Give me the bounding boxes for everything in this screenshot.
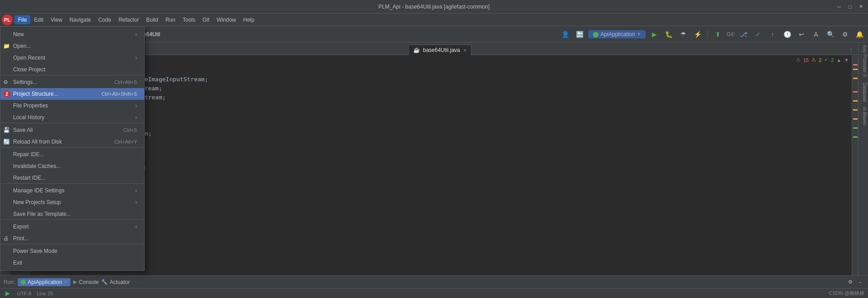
notifications-icon[interactable]: 🔔 xyxy=(854,28,865,40)
profile-button[interactable]: ⚡ xyxy=(692,28,703,40)
menu-repair-ide[interactable]: Repair IDE... xyxy=(0,149,144,160)
panel-close-icon[interactable]: − xyxy=(856,278,864,286)
menu-edit[interactable]: Edit xyxy=(30,15,47,24)
menu-power-save-mode[interactable]: Power Save Mode xyxy=(0,245,144,257)
console-tab[interactable]: ▶ Console xyxy=(73,279,99,285)
status-bar: ▶ UTF-8 Line 25 CSDN @柳林林 xyxy=(0,288,868,298)
menu-file-properties[interactable]: File Properties › xyxy=(0,100,144,112)
menu-project-structure[interactable]: 2 Project Structure... Ctrl+Alt+Shift+S xyxy=(0,88,144,100)
menu-close-project[interactable]: Close Project xyxy=(0,64,144,75)
run-close-icon[interactable]: ✕ xyxy=(64,279,68,285)
menu-close-project-label: Close Project xyxy=(13,66,45,73)
menu-new-projects-setup[interactable]: New Projects Setup › xyxy=(0,196,144,208)
run-button[interactable]: ▶ xyxy=(648,28,660,40)
menu-code[interactable]: Code xyxy=(94,15,115,24)
menu-print[interactable]: 🖨 Print... xyxy=(0,233,144,244)
git-update-icon[interactable]: ⬆ xyxy=(712,28,724,40)
menu-view[interactable]: View xyxy=(47,15,66,24)
menu-export[interactable]: Export › xyxy=(0,221,144,233)
menu-export-arrow: › xyxy=(135,224,137,230)
code-line-13: import sun.misc.BASE64Encoder; xyxy=(35,57,847,66)
scroll-up-icon[interactable]: ▲ xyxy=(836,57,841,63)
menu-local-history[interactable]: Local History › xyxy=(0,112,144,123)
menu-navigate[interactable]: Navigate xyxy=(66,15,94,24)
project-structure-badge: 2 xyxy=(3,90,10,98)
key-promoter-tab[interactable]: Key Promoter X xyxy=(859,42,868,80)
tab-close-button[interactable]: ✕ xyxy=(463,48,467,53)
print-icon: 🖨 xyxy=(3,235,9,242)
menu-help[interactable]: Help xyxy=(240,15,258,24)
menu-save-as-template[interactable]: Save File as Template... xyxy=(0,208,144,220)
code-line-19: import java.io.IOException; xyxy=(35,111,847,120)
actuator-tab[interactable]: 🔧 Actuator xyxy=(101,279,130,285)
git-check-icon[interactable]: ✓ xyxy=(752,28,764,40)
code-line-23 xyxy=(35,147,847,156)
menu-manage-ide[interactable]: Manage IDE Settings › xyxy=(0,185,144,196)
menu-restart-ide[interactable]: Restart IDE... xyxy=(0,172,144,184)
minimize-button[interactable]: ─ xyxy=(835,3,843,10)
menu-file-properties-arrow: › xyxy=(135,102,137,109)
menu-new-projects-setup-label: New Projects Setup xyxy=(13,199,61,205)
back-icon[interactable]: 🔙 xyxy=(574,28,585,40)
window-controls: ─ □ ✕ xyxy=(835,3,864,10)
git-branch-icon[interactable]: ⎇ xyxy=(738,28,750,40)
menu-manage-ide-arrow: › xyxy=(135,187,137,194)
menu-reload[interactable]: 🔄 Reload All from Disk Ctrl+Alt+Y xyxy=(0,136,144,148)
menu-file[interactable]: File xyxy=(14,15,30,24)
ok-count: 2 xyxy=(831,57,834,63)
window-title: PLM_Api - base64Util.java [agilefast-com… xyxy=(378,4,490,10)
menu-run[interactable]: Run xyxy=(162,15,179,24)
status-run-button[interactable]: ▶ xyxy=(4,289,12,298)
reload-icon: 🔄 xyxy=(3,139,10,145)
menu-open-recent[interactable]: Open Recent › xyxy=(0,52,144,64)
menu-refactor[interactable]: Refactor xyxy=(115,15,142,24)
tab-base64util[interactable]: ☕ base64Util.java ✕ xyxy=(408,45,471,55)
title-bar: PLM_Api - base64Util.java [agilefast-com… xyxy=(0,0,868,14)
coverage-button[interactable]: ☂ xyxy=(677,28,689,40)
menu-open[interactable]: 📁 Open... xyxy=(0,40,144,52)
menu-repair-ide-label: Repair IDE... xyxy=(13,151,44,158)
tab-java-icon: ☕ xyxy=(413,47,420,53)
code-line-15: import javax.imageio.stream.FileImageInp… xyxy=(35,75,847,84)
menu-new[interactable]: New › xyxy=(0,28,144,40)
run-config-selector[interactable]: ⬤ ApiApplication ▼ xyxy=(588,30,646,38)
maven-tab[interactable]: m Maven xyxy=(859,104,868,128)
menu-new-arrow: › xyxy=(135,31,137,37)
undo-icon[interactable]: ↩ xyxy=(796,28,807,40)
menu-git[interactable]: Git xyxy=(199,15,213,24)
app-logo: PL xyxy=(2,14,13,25)
maximize-button[interactable]: □ xyxy=(846,3,854,10)
close-button[interactable]: ✕ xyxy=(857,3,864,10)
settings-icon[interactable]: ⚙ xyxy=(839,28,851,40)
user-icon[interactable]: 👤 xyxy=(559,28,571,40)
git-push-icon[interactable]: ↑ xyxy=(767,28,778,40)
menu-save-all-label: Save All xyxy=(13,127,33,133)
menu-window[interactable]: Window xyxy=(213,15,240,24)
database-tab[interactable]: Database xyxy=(859,80,868,105)
scroll-down-icon[interactable]: ▼ xyxy=(844,57,849,63)
tab-label: base64Util.java xyxy=(423,47,460,53)
scrollbar-gutter[interactable] xyxy=(852,55,858,275)
more-tabs-icon[interactable]: ⋮ xyxy=(846,46,855,55)
panel-settings-icon[interactable]: ⚙ xyxy=(846,278,854,286)
debug-button[interactable]: 🐛 xyxy=(663,28,675,40)
code-line-24: ▽ /** xyxy=(35,156,847,165)
run-app-tab[interactable]: ⬤ ApiApplication ✕ xyxy=(18,278,71,286)
error-count: 15 xyxy=(803,57,809,63)
menu-tools[interactable]: Tools xyxy=(179,15,199,24)
error-indicator: ⚠ xyxy=(796,57,801,63)
menu-build[interactable]: Build xyxy=(142,15,162,24)
git-history-icon[interactable]: 🕐 xyxy=(781,28,793,40)
menu-invalidate-caches[interactable]: Invalidate Caches... xyxy=(0,160,144,172)
translate-icon[interactable]: A xyxy=(810,28,822,40)
menu-settings[interactable]: ⚙ Settings... Ctrl+Alt+S xyxy=(0,76,144,88)
menu-local-history-arrow: › xyxy=(135,114,137,121)
menu-exit[interactable]: Exit xyxy=(0,257,144,269)
search-icon[interactable]: 🔍 xyxy=(825,28,836,40)
menu-save-as-template-label: Save File as Template... xyxy=(13,211,71,217)
menu-power-save-mode-label: Power Save Mode xyxy=(13,248,57,254)
menu-save-all[interactable]: 💾 Save All Ctrl+S xyxy=(0,124,144,136)
code-line-21: 🔒import java.util.regex.Pattern; xyxy=(35,129,847,138)
bottom-panel: Run: ⬤ ApiApplication ✕ ▶ Console 🔧 Actu… xyxy=(0,275,868,288)
warning-indicator: ⚠ xyxy=(811,57,816,63)
